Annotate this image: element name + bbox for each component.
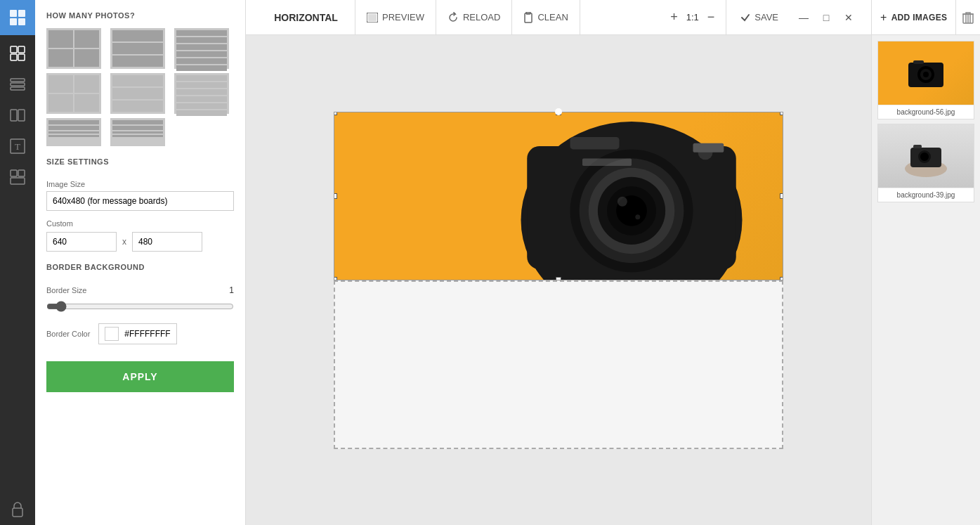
height-input[interactable] — [132, 232, 202, 252]
border-color-label: Border Color — [46, 330, 90, 338]
right-panel: + ADD IMAGES — [871, 0, 980, 525]
zoom-out-button[interactable]: − — [705, 10, 718, 25]
svg-rect-6 — [11, 54, 17, 60]
svg-point-31 — [618, 196, 627, 206]
svg-rect-46 — [913, 60, 924, 64]
image-cell-top[interactable] — [334, 112, 783, 280]
handle-ml[interactable] — [334, 193, 337, 199]
add-images-button[interactable]: + ADD IMAGES — [872, 0, 955, 35]
svg-rect-51 — [913, 145, 922, 148]
svg-rect-7 — [18, 54, 25, 60]
thumb-bg-yellow — [878, 41, 974, 105]
clean-button[interactable]: CLEAN — [512, 0, 580, 34]
sidebar-icon-layers[interactable] — [0, 69, 35, 100]
layout-thumb-5[interactable] — [110, 73, 165, 114]
zoom-level: 1:1 — [686, 12, 699, 22]
thumb-label-2: background-39.jpg — [878, 188, 974, 202]
layout-thumb-6[interactable] — [174, 73, 229, 114]
lock-icon — [11, 502, 24, 517]
border-color-row: Border Color #FFFFFFFF — [46, 323, 234, 344]
svg-rect-5 — [18, 46, 25, 53]
top-handle-dot[interactable] — [555, 108, 562, 115]
layout-thumb-4[interactable] — [46, 73, 101, 114]
border-slider-container — [46, 301, 234, 315]
close-button[interactable]: ✕ — [837, 0, 860, 35]
sidebar-icon-text[interactable]: T — [0, 131, 35, 162]
image-cell-bottom[interactable] — [334, 280, 783, 449]
layout-grid — [46, 28, 234, 146]
svg-point-32 — [635, 214, 640, 219]
sidebar-icon-grid[interactable] — [0, 38, 35, 69]
handle-mr[interactable] — [780, 193, 783, 199]
preview-label: PREVIEW — [382, 12, 424, 22]
thumb-hand-camera-icon — [898, 135, 954, 177]
clean-icon — [523, 12, 533, 23]
thumb-camera-icon — [905, 56, 947, 91]
reload-button[interactable]: RELOAD — [436, 0, 512, 34]
toolbar: HORIZONTAL PREVIEW RELOAD CLEAN + — [246, 0, 871, 35]
how-many-photos-title: HOW MANY PHOTOS? — [46, 11, 234, 20]
add-images-label: ADD IMAGES — [891, 13, 948, 22]
handle-bc[interactable] — [556, 277, 561, 280]
handle-tr[interactable] — [780, 112, 783, 115]
zoom-in-button[interactable]: + — [667, 10, 681, 25]
preview-button[interactable]: PREVIEW — [355, 0, 436, 34]
app-logo[interactable] — [0, 0, 35, 35]
minimize-button[interactable]: — — [792, 0, 815, 35]
layout-thumb-7[interactable] — [46, 118, 101, 146]
thumb-img-1 — [878, 41, 974, 105]
image-size-dropdown[interactable]: 640x480 (for message boards) — [46, 191, 234, 211]
svg-rect-35 — [582, 158, 632, 166]
width-input[interactable] — [46, 232, 117, 252]
text-icon: T — [10, 138, 25, 154]
custom-size-row: x — [46, 232, 234, 252]
layout-thumb-1[interactable] — [46, 28, 101, 69]
reload-label: RELOAD — [463, 12, 500, 22]
save-check-icon — [740, 13, 750, 22]
sidebar-icon-split[interactable] — [0, 162, 35, 193]
custom-label: Custom — [46, 219, 234, 228]
svg-rect-0 — [10, 10, 17, 17]
save-button[interactable]: SAVE — [726, 0, 792, 34]
border-size-label: Border Size — [46, 286, 86, 294]
thumb-label-1: background-56.jpg — [878, 105, 974, 119]
svg-rect-3 — [18, 18, 25, 25]
app-title: HORIZONTAL — [257, 0, 355, 34]
handle-br[interactable] — [780, 277, 783, 280]
handle-bl[interactable] — [334, 277, 337, 280]
border-color-swatch[interactable]: #FFFFFFFF — [98, 323, 176, 344]
delete-button[interactable] — [955, 0, 980, 35]
image-thumb-2[interactable]: background-39.jpg — [877, 124, 974, 202]
image-thumb-1[interactable]: background-56.jpg — [877, 41, 974, 119]
layout-thumb-8[interactable] — [110, 118, 165, 146]
thumb-bg-gray — [878, 124, 974, 188]
right-panel-header: + ADD IMAGES — [872, 0, 980, 35]
border-background-title: BORDER BACKGROUND — [46, 263, 234, 271]
apply-button[interactable]: APPLY — [46, 361, 234, 392]
svg-rect-21 — [525, 13, 532, 22]
svg-rect-17 — [11, 178, 25, 184]
layout-thumb-2[interactable] — [110, 28, 165, 69]
color-preview-box — [105, 327, 119, 341]
svg-rect-1 — [18, 10, 25, 17]
icon-sidebar: T — [0, 0, 35, 525]
sidebar-icon-columns[interactable] — [0, 100, 35, 131]
svg-rect-2 — [10, 18, 17, 25]
sidebar-icon-lock[interactable] — [0, 494, 35, 525]
size-settings-section: Image Size 640x480 (for message boards) … — [46, 180, 234, 263]
maximize-button[interactable]: □ — [815, 0, 837, 35]
clean-label: CLEAN — [537, 12, 568, 22]
border-size-slider[interactable] — [46, 301, 234, 312]
preview-icon — [367, 13, 378, 22]
handle-tl[interactable] — [334, 112, 337, 115]
layout-thumb-3[interactable] — [174, 28, 229, 69]
border-size-row: Border Size 1 — [46, 285, 234, 295]
svg-text:T: T — [15, 141, 20, 152]
split-icon — [10, 169, 25, 185]
grid-icon — [10, 46, 25, 61]
thumb-img-2 — [878, 124, 974, 188]
svg-rect-33 — [570, 136, 620, 149]
border-size-value: 1 — [229, 285, 234, 295]
border-section: Border Size 1 Border Color #FFFFFFFF — [46, 285, 234, 344]
svg-rect-20 — [368, 14, 377, 21]
